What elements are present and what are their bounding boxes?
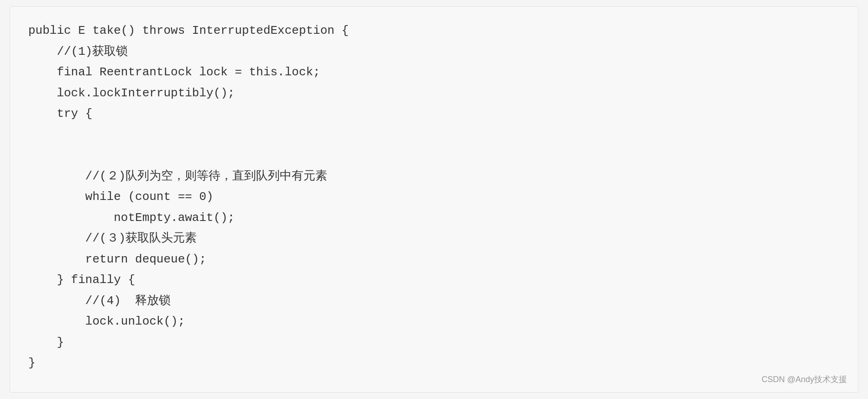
code-block: public E take() throws InterruptedExcept… <box>28 21 840 374</box>
watermark: CSDN @Andy技术支援 <box>762 374 847 385</box>
code-container: public E take() throws InterruptedExcept… <box>10 6 858 393</box>
